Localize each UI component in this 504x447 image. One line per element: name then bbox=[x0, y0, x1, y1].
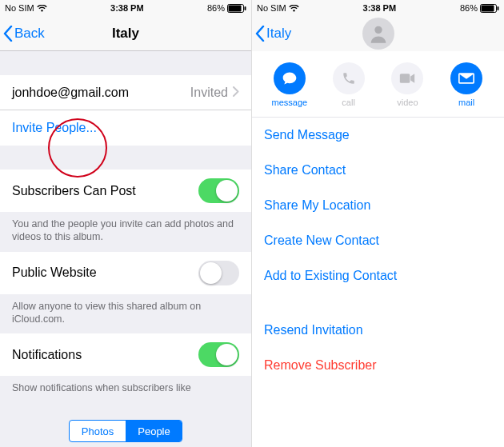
wifi-icon bbox=[37, 5, 47, 12]
nav-bar: Italy bbox=[252, 16, 504, 51]
public-website-label: Public Website bbox=[12, 265, 97, 280]
notifications-label: Notifications bbox=[12, 348, 82, 362]
svg-rect-7 bbox=[400, 74, 410, 83]
public-website-row: Public Website bbox=[0, 252, 251, 294]
add-existing-label: Add to Existing Contact bbox=[264, 269, 397, 283]
back-button[interactable]: Back bbox=[0, 26, 45, 42]
wifi-icon bbox=[289, 5, 299, 12]
share-contact-row[interactable]: Share Contact bbox=[252, 153, 504, 188]
back-label: Italy bbox=[266, 26, 291, 42]
contact-actions-row: message call video mail bbox=[252, 51, 504, 112]
message-action[interactable]: message bbox=[266, 62, 314, 107]
notifications-switch[interactable] bbox=[198, 342, 239, 367]
send-message-label: Send Message bbox=[264, 128, 350, 142]
segmented-control: Photos People bbox=[69, 420, 182, 442]
message-icon bbox=[274, 62, 306, 94]
invite-people-row[interactable]: Invite People... bbox=[0, 110, 251, 146]
contact-detail-screen: No SIM 3:38 PM 86% Italy bbox=[252, 0, 504, 447]
battery-pct: 86% bbox=[460, 3, 478, 13]
notifications-row: Notifications bbox=[0, 333, 251, 376]
carrier-text: No SIM bbox=[257, 3, 286, 13]
call-label: call bbox=[342, 98, 355, 107]
notifications-footer: Show notifications when subscribers like bbox=[0, 376, 251, 426]
battery-pct: 86% bbox=[207, 3, 225, 13]
battery-icon bbox=[227, 4, 246, 13]
status-bar: No SIM 3:38 PM 86% bbox=[0, 0, 251, 16]
create-contact-row[interactable]: Create New Contact bbox=[252, 223, 504, 258]
mail-label: mail bbox=[458, 98, 474, 107]
subscribers-can-post-row: Subscribers Can Post bbox=[0, 170, 251, 212]
status-bar: No SIM 3:38 PM 86% bbox=[252, 0, 504, 16]
svg-rect-1 bbox=[228, 5, 241, 11]
content-area: jonhdoe@gmail.com Invited Invite People.… bbox=[0, 51, 251, 447]
segment-photos-label: Photos bbox=[82, 425, 114, 437]
message-label: message bbox=[272, 98, 308, 107]
subscribers-can-post-footer: You and the people you invite can add ph… bbox=[0, 212, 251, 252]
send-message-row[interactable]: Send Message bbox=[252, 118, 504, 153]
create-contact-label: Create New Contact bbox=[264, 233, 379, 248]
svg-rect-5 bbox=[497, 6, 498, 10]
svg-point-6 bbox=[374, 26, 382, 34]
nav-bar: Back Italy bbox=[0, 16, 251, 51]
resend-invitation-row[interactable]: Resend Invitation bbox=[252, 313, 504, 348]
clock-text: 3:38 PM bbox=[363, 3, 397, 13]
nav-title: Italy bbox=[112, 26, 139, 42]
video-action: video bbox=[383, 62, 431, 107]
video-label: video bbox=[397, 98, 418, 107]
remove-subscriber-label: Remove Subscriber bbox=[264, 358, 377, 373]
back-label: Back bbox=[14, 26, 45, 42]
segment-photos[interactable]: Photos bbox=[70, 421, 126, 441]
contact-avatar bbox=[362, 18, 394, 50]
chevron-right-icon bbox=[233, 86, 239, 100]
resend-invitation-label: Resend Invitation bbox=[264, 323, 363, 337]
back-button[interactable]: Italy bbox=[252, 26, 291, 42]
svg-rect-2 bbox=[244, 6, 246, 10]
phone-icon bbox=[333, 62, 365, 94]
public-website-switch[interactable] bbox=[198, 261, 239, 285]
subscriber-status: Invited bbox=[190, 86, 228, 100]
battery-icon bbox=[480, 4, 499, 13]
add-existing-row[interactable]: Add to Existing Contact bbox=[252, 258, 504, 293]
subscribers-can-post-switch[interactable] bbox=[198, 178, 239, 203]
public-website-footer: Allow anyone to view this shared album o… bbox=[0, 294, 251, 334]
contact-options-list: Send Message Share Contact Share My Loca… bbox=[252, 118, 504, 383]
album-settings-screen: No SIM 3:38 PM 86% Back Italy bbox=[0, 0, 252, 447]
video-icon bbox=[391, 62, 423, 94]
share-location-row[interactable]: Share My Location bbox=[252, 188, 504, 223]
segment-people-label: People bbox=[138, 425, 170, 437]
subscribers-can-post-label: Subscribers Can Post bbox=[12, 184, 136, 198]
segment-people[interactable]: People bbox=[126, 421, 182, 441]
mail-action[interactable]: mail bbox=[442, 62, 490, 107]
share-contact-label: Share Contact bbox=[264, 163, 346, 178]
subscriber-row[interactable]: jonhdoe@gmail.com Invited bbox=[0, 75, 251, 110]
carrier-text: No SIM bbox=[5, 3, 34, 13]
clock-text: 3:38 PM bbox=[110, 3, 144, 13]
svg-rect-4 bbox=[481, 5, 494, 11]
share-location-label: Share My Location bbox=[264, 198, 370, 213]
remove-subscriber-row[interactable]: Remove Subscriber bbox=[252, 348, 504, 383]
subscriber-email: jonhdoe@gmail.com bbox=[12, 86, 129, 100]
call-action: call bbox=[325, 62, 373, 107]
invite-people-label: Invite People... bbox=[12, 121, 97, 135]
mail-icon bbox=[450, 62, 482, 94]
